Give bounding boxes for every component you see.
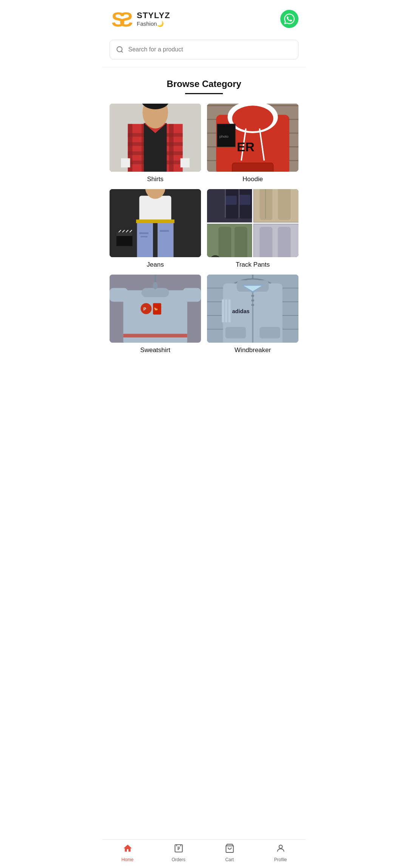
category-item-windbreaker[interactable]: adidas Windbreaker [207, 275, 298, 354]
sweatshirt-label: Sweatshirt [140, 346, 170, 354]
svg-text:🐎: 🐎 [154, 307, 159, 311]
brand-subtitle: Fashion🌙 [137, 20, 170, 27]
header: S S STYLYZ Fashion🌙 [102, 0, 306, 36]
svg-rect-47 [160, 230, 169, 232]
hoodie-image: ER photo [207, 104, 298, 172]
svg-rect-75 [218, 227, 231, 257]
svg-text:adidas: adidas [232, 308, 250, 314]
logo-icon: S S [110, 8, 132, 30]
svg-rect-81 [278, 227, 291, 257]
browse-section: Browse Category [102, 75, 306, 362]
windbreaker-label: Windbreaker [235, 346, 271, 354]
svg-rect-44 [158, 220, 173, 257]
svg-rect-46 [141, 236, 147, 237]
svg-rect-65 [239, 194, 250, 205]
svg-point-125 [279, 845, 282, 848]
svg-rect-43 [137, 220, 153, 257]
trackpants-label: Track Pants [236, 261, 270, 269]
svg-rect-112 [251, 295, 254, 297]
brand-text: STYLYZ Fashion🌙 [137, 11, 170, 27]
section-underline [185, 93, 223, 94]
cart-svg [225, 843, 235, 853]
svg-point-33 [232, 106, 274, 131]
svg-rect-10 [169, 124, 173, 171]
section-title: Browse Category [110, 79, 298, 89]
svg-rect-96 [123, 334, 187, 337]
svg-rect-120 [260, 327, 280, 338]
sweatshirt-image: P 🐎 [110, 275, 201, 343]
cart-label: Cart [225, 857, 234, 862]
svg-rect-70 [278, 189, 291, 220]
windbreaker-image: adidas [207, 275, 298, 343]
search-input[interactable] [128, 46, 292, 53]
svg-rect-114 [251, 304, 254, 306]
svg-rect-42 [139, 196, 172, 223]
jeans-image [110, 189, 201, 257]
svg-text:photo: photo [219, 134, 229, 138]
svg-point-97 [153, 282, 158, 289]
svg-text:ER: ER [237, 140, 255, 154]
category-item-jeans[interactable]: Jeans [110, 189, 201, 269]
svg-rect-113 [251, 299, 254, 301]
search-bar[interactable] [110, 40, 298, 59]
svg-rect-37 [232, 163, 274, 171]
brand-logo[interactable]: S S STYLYZ Fashion🌙 [110, 8, 170, 30]
nav-cart[interactable]: Cart [204, 843, 255, 862]
svg-rect-45 [139, 232, 148, 234]
profile-label: Profile [274, 857, 287, 862]
svg-rect-90 [183, 288, 201, 301]
home-svg [123, 843, 133, 853]
svg-rect-48 [136, 219, 175, 223]
nav-orders[interactable]: Orders [153, 843, 204, 862]
svg-rect-22 [181, 158, 190, 167]
shirts-image [110, 104, 201, 172]
hoodie-label: Hoodie [243, 175, 263, 183]
divider [102, 67, 306, 67]
category-item-shirts[interactable]: Shirts [110, 104, 201, 183]
svg-rect-80 [260, 227, 272, 257]
brand-name: STYLYZ [137, 11, 170, 20]
category-item-trackpants[interactable]: 4/4 Track Pants [207, 189, 298, 269]
orders-svg [174, 843, 184, 853]
svg-rect-21 [121, 158, 130, 167]
svg-rect-119 [225, 327, 246, 338]
svg-rect-69 [260, 189, 272, 220]
category-item-hoodie[interactable]: ER photo Hoodie [207, 104, 298, 183]
svg-rect-89 [110, 288, 128, 301]
jeans-label: Jeans [147, 261, 164, 269]
search-icon [116, 45, 124, 54]
search-container [102, 36, 306, 67]
orders-icon [174, 843, 184, 856]
whatsapp-button[interactable] [280, 10, 298, 28]
profile-svg [276, 843, 286, 853]
svg-text:P: P [144, 306, 146, 311]
profile-icon [276, 843, 286, 856]
nav-profile[interactable]: Profile [255, 843, 306, 862]
cart-icon [225, 843, 235, 856]
bottom-navigation: Home Orders Cart Profile [102, 839, 306, 868]
category-item-sweatshirt[interactable]: P 🐎 Sweatshirt [110, 275, 201, 354]
svg-rect-64 [225, 196, 236, 205]
svg-rect-56 [116, 232, 132, 236]
trackpants-image: 4/4 [207, 189, 298, 257]
svg-point-2 [117, 47, 122, 52]
home-label: Home [121, 857, 133, 862]
whatsapp-icon [284, 14, 295, 24]
nav-home[interactable]: Home [102, 843, 153, 862]
orders-label: Orders [172, 857, 185, 862]
svg-rect-76 [235, 227, 247, 257]
shirts-label: Shirts [147, 175, 163, 183]
category-grid: Shirts [110, 104, 298, 354]
svg-text:S: S [119, 8, 132, 30]
home-icon [123, 843, 133, 856]
svg-line-3 [121, 51, 123, 53]
